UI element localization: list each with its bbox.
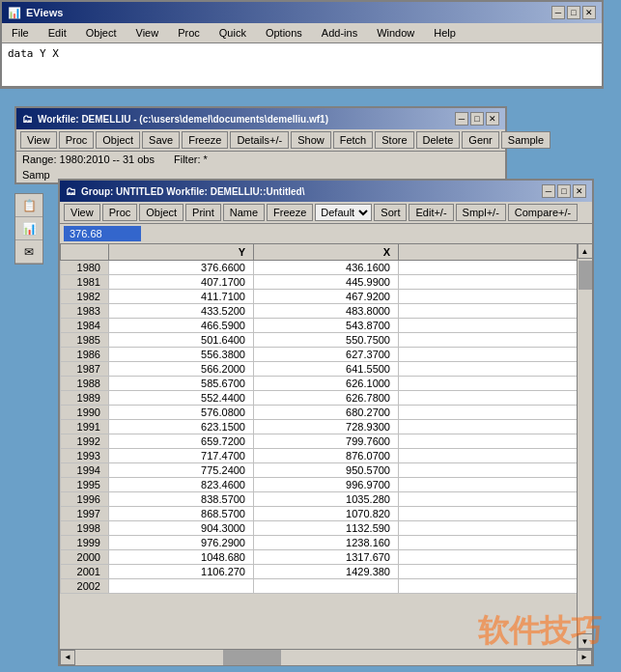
workfile-proc-btn[interactable]: Proc — [59, 131, 95, 149]
cell-year: 1989 — [61, 391, 109, 406]
cell-y: 775.2400 — [109, 463, 254, 478]
col-header-empty — [399, 244, 592, 261]
workfile-title-text: Workfile: DEMELLIU - (c:\users\demel\doc… — [38, 114, 328, 125]
cell-year: 2000 — [61, 550, 109, 565]
group-object-btn[interactable]: Object — [139, 204, 183, 221]
cell-year: 1991 — [61, 420, 109, 434]
scroll-up-arrow[interactable]: ▲ — [578, 243, 593, 259]
cell-x: 950.5700 — [254, 463, 399, 478]
vertical-scrollbar[interactable]: ▲ ▼ — [577, 243, 592, 649]
cell-empty — [399, 333, 592, 348]
close-button[interactable]: ✕ — [582, 6, 596, 19]
cell-year: 1982 — [61, 290, 109, 304]
cell-y: 407.1700 — [109, 275, 254, 290]
workfile-delete-btn[interactable]: Delete — [416, 131, 461, 149]
workfile-close-button[interactable]: ✕ — [486, 112, 499, 126]
sidebar-icon-1[interactable]: 📋 — [15, 194, 42, 217]
cell-x: 728.9300 — [254, 420, 399, 434]
workfile-genr-btn[interactable]: Genr — [462, 131, 498, 149]
scroll-left-arrow[interactable]: ◄ — [60, 650, 75, 665]
workfile-icon: 🗂 — [22, 113, 33, 125]
group-proc-btn[interactable]: Proc — [102, 204, 138, 221]
group-title-bar: 🗂 Group: UNTITLED Workfile: DEMELLIU::Un… — [60, 181, 592, 202]
group-edit-btn[interactable]: Edit+/- — [409, 204, 453, 221]
table-row: 1982411.7100467.9200 — [61, 290, 592, 304]
cell-x: 626.1000 — [254, 377, 399, 391]
menu-object[interactable]: Object — [80, 25, 123, 41]
workfile-view-btn[interactable]: View — [20, 131, 57, 149]
cell-y: 556.3800 — [109, 348, 254, 362]
workfile-show-btn[interactable]: Show — [291, 131, 331, 149]
group-smpl-btn[interactable]: Smpl+/- — [456, 204, 506, 221]
group-minimize-button[interactable]: ─ — [542, 184, 555, 198]
menu-edit[interactable]: Edit — [42, 25, 72, 41]
cell-y: 623.1500 — [109, 420, 254, 434]
cell-y: 433.5200 — [109, 304, 254, 319]
menu-help[interactable]: Help — [428, 25, 462, 41]
scroll-thumb[interactable] — [579, 261, 592, 290]
workfile-title-left: 🗂 Workfile: DEMELLIU - (c:\users\demel\d… — [22, 113, 328, 125]
main-title-left: 📊 EViews — [8, 7, 63, 19]
group-maximize-button[interactable]: □ — [557, 184, 571, 198]
workfile-save-btn[interactable]: Save — [142, 131, 180, 149]
cell-year: 1994 — [61, 463, 109, 478]
table-row: 1995823.4600996.9700 — [61, 478, 592, 492]
workfile-sample-label: Samp — [22, 169, 50, 181]
cell-year: 1993 — [61, 449, 109, 463]
maximize-button[interactable]: □ — [567, 6, 580, 19]
workfile-freeze-btn[interactable]: Freeze — [182, 131, 228, 149]
scroll-thumb-h[interactable] — [223, 650, 281, 665]
menu-window[interactable]: Window — [371, 25, 420, 41]
menu-addins[interactable]: Add-ins — [316, 25, 363, 41]
cell-x: 626.7800 — [254, 391, 399, 406]
workfile-object-btn[interactable]: Object — [96, 131, 140, 149]
cell-empty — [399, 536, 592, 550]
col-header-x: X — [254, 244, 399, 261]
cell-y: 976.2900 — [109, 536, 254, 550]
group-freeze-btn[interactable]: Freeze — [267, 204, 313, 221]
group-default-dropdown[interactable]: Default — [315, 204, 372, 221]
group-sort-btn[interactable]: Sort — [374, 204, 407, 221]
table-row: 1987566.2000641.5500 — [61, 362, 592, 377]
cell-empty — [399, 550, 592, 565]
cell-year: 1996 — [61, 492, 109, 507]
cell-empty — [399, 391, 592, 406]
workfile-maximize-button[interactable]: □ — [470, 112, 484, 126]
group-name-btn[interactable]: Name — [223, 204, 265, 221]
cell-year: 1999 — [61, 536, 109, 550]
menu-options[interactable]: Options — [260, 25, 308, 41]
menu-proc[interactable]: Proc — [172, 25, 206, 41]
table-row: 1989552.4400626.7800 — [61, 391, 592, 406]
cell-y: 1106.270 — [109, 565, 254, 579]
table-row: 1983433.5200483.8000 — [61, 304, 592, 319]
cell-year: 1981 — [61, 275, 109, 290]
cell-year: 1990 — [61, 406, 109, 420]
workfile-minimize-button[interactable]: ─ — [455, 112, 468, 126]
workfile-details-btn[interactable]: Details+/- — [230, 131, 289, 149]
group-compare-btn[interactable]: Compare+/- — [508, 204, 578, 221]
input-cell[interactable]: 376.68 — [64, 226, 141, 241]
workfile-fetch-btn[interactable]: Fetch — [333, 131, 374, 149]
cell-y: 904.3000 — [109, 521, 254, 536]
table-row: 2002 — [61, 579, 592, 594]
group-close-button[interactable]: ✕ — [573, 184, 586, 198]
cell-empty — [399, 492, 592, 507]
group-print-btn[interactable]: Print — [185, 204, 221, 221]
menu-quick[interactable]: Quick — [213, 25, 252, 41]
workfile-window-controls: ─ □ ✕ — [455, 112, 499, 126]
workfile-store-btn[interactable]: Store — [375, 131, 413, 149]
col-header-y: Y — [109, 244, 254, 261]
sidebar-icon-3[interactable]: ✉ — [15, 240, 42, 264]
menu-file[interactable]: File — [6, 25, 35, 41]
cell-y: 868.5700 — [109, 507, 254, 521]
table-row: 1986556.3800627.3700 — [61, 348, 592, 362]
sidebar-icon-2[interactable]: 📊 — [15, 217, 42, 240]
minimize-button[interactable]: ─ — [551, 6, 565, 19]
cell-year: 1998 — [61, 521, 109, 536]
menu-view[interactable]: View — [130, 25, 165, 41]
group-icon: 🗂 — [66, 185, 76, 197]
workfile-sample-btn[interactable]: Sample — [501, 131, 550, 149]
table-row: 1999976.29001238.160 — [61, 536, 592, 550]
cell-empty — [399, 579, 592, 594]
group-view-btn[interactable]: View — [64, 204, 100, 221]
